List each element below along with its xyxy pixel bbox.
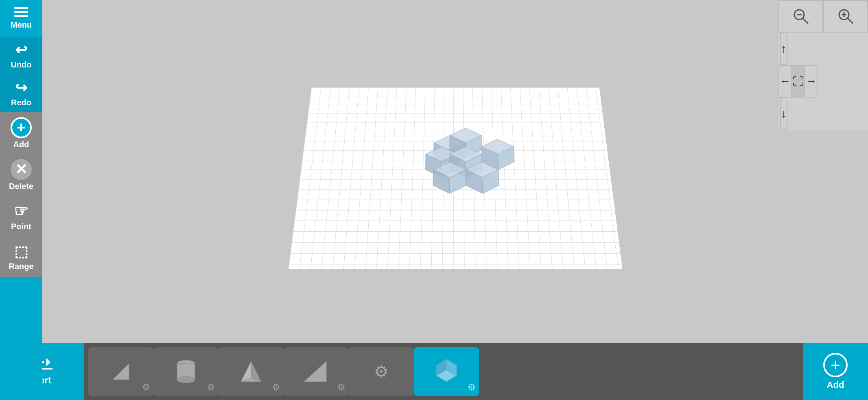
right-panel: ↑ ← ⛶ → ↓ bbox=[778, 0, 868, 130]
bottom-add-circle-icon: + bbox=[823, 353, 848, 377]
undo-button[interactable]: ↩ Undo bbox=[0, 37, 42, 74]
redo-button[interactable]: ↪ Redo bbox=[0, 74, 42, 112]
zoom-row bbox=[778, 0, 868, 33]
tool-shape-6-icon bbox=[432, 357, 461, 386]
bottom-toolbar: Sort ⚙ ⚙ ⚙ ⚙ ⚙ bbox=[0, 343, 868, 400]
tool-shape-4-icon bbox=[302, 357, 330, 386]
nav-mid-row: ← ⛶ → bbox=[778, 65, 868, 98]
tool-gear-5-icon: ⚙ bbox=[374, 362, 389, 381]
nav-center-button[interactable]: ⛶ bbox=[791, 65, 805, 98]
tool-item-4[interactable]: ⚙ bbox=[284, 347, 349, 396]
tool-gear-3-icon: ⚙ bbox=[272, 382, 280, 393]
nav-down-icon: ↓ bbox=[781, 107, 787, 120]
grid-container[interactable] bbox=[288, 87, 622, 269]
nav-center-icon: ⛶ bbox=[792, 75, 804, 88]
tool-item-3[interactable]: ⚙ bbox=[219, 347, 284, 396]
tool-shape-2-icon bbox=[174, 357, 198, 386]
svg-line-23 bbox=[803, 18, 808, 24]
nav-up-button[interactable]: ↑ bbox=[780, 33, 787, 65]
bottom-add-label: Add bbox=[827, 380, 844, 390]
zoom-out-icon bbox=[792, 7, 810, 25]
menu-label: Menu bbox=[11, 20, 32, 30]
tool-item-6[interactable]: ⚙ bbox=[414, 347, 479, 396]
nav-left-button[interactable]: ← bbox=[778, 65, 791, 98]
tool-item-2[interactable]: ⚙ bbox=[153, 347, 219, 396]
menu-button[interactable]: Menu bbox=[0, 0, 42, 37]
tool-gear-2-icon: ⚙ bbox=[207, 382, 215, 393]
delete-label: Delete bbox=[9, 182, 33, 191]
delete-circle-icon: ✕ bbox=[11, 159, 32, 180]
range-button[interactable]: ⬚ Range bbox=[0, 237, 42, 277]
redo-icon: ↪ bbox=[15, 79, 27, 96]
nav-empty-2 bbox=[787, 33, 789, 65]
bottom-add-button[interactable]: + Add bbox=[803, 343, 868, 400]
zoom-in-button[interactable] bbox=[823, 0, 868, 33]
delete-button[interactable]: ✕ Delete bbox=[0, 154, 42, 196]
nav-down-button[interactable]: ↓ bbox=[780, 98, 787, 130]
nav-up-icon: ↑ bbox=[781, 42, 787, 55]
undo-label: Undo bbox=[11, 60, 31, 70]
nav-right-icon: → bbox=[805, 75, 817, 88]
nav-left-icon: ← bbox=[779, 75, 791, 88]
redo-label: Redo bbox=[11, 98, 31, 107]
nav-down-row: ↓ bbox=[778, 98, 868, 130]
point-button[interactable]: ☞ Point bbox=[0, 196, 42, 237]
zoom-in-icon bbox=[837, 7, 855, 25]
add-label: Add bbox=[13, 140, 29, 149]
svg-point-35 bbox=[177, 376, 195, 383]
left-sidebar: Menu ↩ Undo ↪ Redo + Add ✕ Delete ☞ Poin… bbox=[0, 0, 42, 400]
main-canvas bbox=[42, 0, 868, 343]
point-icon: ☞ bbox=[14, 202, 28, 220]
zoom-out-button[interactable] bbox=[778, 0, 823, 33]
range-icon: ⬚ bbox=[14, 243, 28, 260]
range-label: Range bbox=[9, 262, 33, 271]
point-label: Point bbox=[11, 222, 31, 231]
grid-canvas bbox=[288, 87, 622, 269]
nav-up-row: ↑ bbox=[778, 33, 868, 65]
tool-gear-1-icon: ⚙ bbox=[142, 382, 150, 393]
tool-gear-4-icon: ⚙ bbox=[337, 382, 345, 393]
3d-blocks bbox=[407, 128, 542, 214]
svg-marker-32 bbox=[113, 363, 129, 380]
hamburger-icon bbox=[14, 7, 28, 17]
svg-line-27 bbox=[848, 18, 853, 24]
tool-shape-1-icon bbox=[109, 359, 133, 384]
svg-marker-40 bbox=[304, 361, 326, 382]
add-circle-icon: + bbox=[11, 117, 32, 138]
tool-gear-6-icon: ⚙ bbox=[468, 382, 476, 393]
undo-icon: ↩ bbox=[15, 41, 27, 59]
tool-shape-3-icon bbox=[237, 357, 265, 386]
tool-item-1[interactable]: ⚙ bbox=[88, 347, 153, 396]
nav-right-button[interactable]: → bbox=[805, 65, 818, 98]
nav-empty-4 bbox=[787, 98, 789, 130]
tool-item-5[interactable]: ⚙ bbox=[349, 347, 414, 396]
add-button[interactable]: + Add bbox=[0, 112, 42, 154]
svg-marker-30 bbox=[46, 358, 50, 366]
